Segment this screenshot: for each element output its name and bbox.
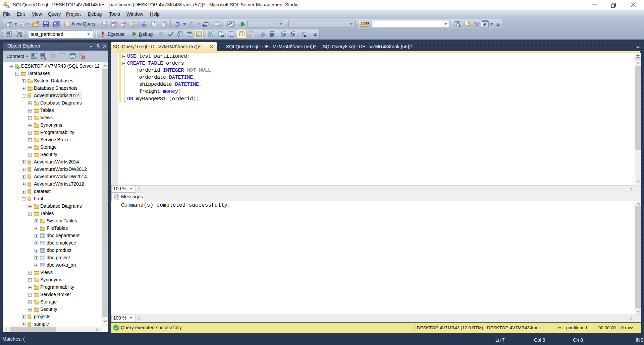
svg-text:MDX: MDX [112,22,117,24]
svg-text:1010: 1010 [229,31,233,32]
svg-text:DMX: DMX [121,22,126,24]
svg-text:B: B [304,34,306,38]
svg-text:1010: 1010 [239,31,243,32]
svg-text:A: A [302,31,304,34]
